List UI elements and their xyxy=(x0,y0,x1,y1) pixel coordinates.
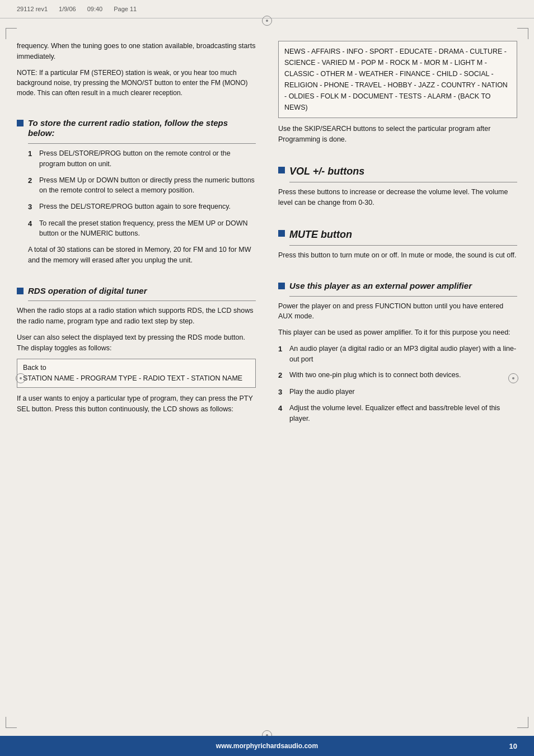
amp-step4-text: Adjust the volume level. Equalizer effec… xyxy=(289,403,517,424)
section2-text1: When the radio stops at a radio station … xyxy=(17,306,256,327)
left-column: frequency. When the tuning goes to one s… xyxy=(17,41,267,430)
content-area: frequency. When the tuning goes to one s… xyxy=(0,18,534,463)
vol-text: Press these buttons to increase or decre… xyxy=(278,187,517,208)
step2-text: Press MEM Up or DOWN button or directly … xyxy=(39,175,256,196)
skip-search-text: Use the SKIP/SEARCH buttons to select th… xyxy=(278,124,517,145)
section1-heading: To store the current radio station, foll… xyxy=(28,118,256,139)
list-item: 3 Press the DEL/STORE/PROG button again … xyxy=(28,201,256,213)
step3-text: Press the DEL/STORE/PROG button again to… xyxy=(39,201,231,213)
reg-mark-left xyxy=(16,373,26,383)
section2-heading: RDS operation of digital tuner xyxy=(28,286,147,297)
mute-text: Press this button to turn mute on or off… xyxy=(278,250,517,261)
section1-steps-list: 1 Press DEL/STORE/PROG button on the rem… xyxy=(28,148,256,239)
section1-note: A total of 30 stations can be stored in … xyxy=(28,245,256,266)
section1-rule xyxy=(28,143,256,144)
note-text: NOTE: If a particular FM (STEREO) statio… xyxy=(17,68,256,98)
programs-box: NEWS - AFFAIRS - INFO - SPORT - EDUCATE … xyxy=(278,41,517,118)
section1-blue-square xyxy=(17,120,24,126)
list-item: 1 Press DEL/STORE/PROG button on the rem… xyxy=(28,148,256,170)
crop-mark-tr xyxy=(517,28,528,39)
step1-text: Press DEL/STORE/PROG button on the remot… xyxy=(39,148,256,170)
reg-mark-top xyxy=(262,16,272,26)
amplifier-heading: Use this player as an external power amp… xyxy=(289,281,472,292)
vol-blue-square xyxy=(278,167,285,173)
section1-heading-container: To store the current radio station, foll… xyxy=(17,118,256,139)
vol-heading-container: VOL +/- buttons xyxy=(278,165,517,178)
amplifier-heading-container: Use this player as an external power amp… xyxy=(278,281,517,292)
doc-date: 1/9/06 xyxy=(59,6,76,12)
crop-mark-tl xyxy=(6,28,17,39)
list-item: 2 With two one-pin plug which is to conn… xyxy=(278,370,517,381)
programs-list-text: NEWS - AFFAIRS - INFO - SPORT - EDUCATE … xyxy=(284,48,508,111)
mute-heading-container: MUTE button xyxy=(278,228,517,241)
rds-box: Back toSTATION NAME - PROGRAM TYPE - RAD… xyxy=(17,359,256,388)
website-url: www.morphyrichardsaudio.com xyxy=(34,742,500,750)
amplifier-rule xyxy=(289,296,517,297)
amp-step3-text: Play the audio player xyxy=(289,387,355,398)
section2-heading-container: RDS operation of digital tuner xyxy=(17,286,256,297)
amp-step2-text: With two one-pin plug which is to connec… xyxy=(289,370,461,381)
amplifier-blue-square xyxy=(278,283,285,289)
amp-step1-text: An audio player (a digital radio or an M… xyxy=(289,344,517,365)
list-item: 2 Press MEM Up or DOWN button or directl… xyxy=(28,175,256,196)
mute-blue-square xyxy=(278,230,285,237)
mute-heading: MUTE button xyxy=(289,228,352,241)
amplifier-steps-list: 1 An audio player (a digital radio or an… xyxy=(278,344,517,424)
page-number: 10 xyxy=(500,742,517,750)
amplifier-text2: This player can be used as power amplifi… xyxy=(278,327,517,338)
section2-text2: User can also select the displayed text … xyxy=(17,332,256,354)
right-column: NEWS - AFFAIRS - INFO - SPORT - EDUCATE … xyxy=(267,41,517,430)
vol-heading: VOL +/- buttons xyxy=(289,165,364,178)
list-item: 3 Play the audio player xyxy=(278,387,517,398)
rds-box-text: Back toSTATION NAME - PROGRAM TYPE - RAD… xyxy=(23,364,242,382)
list-item: 4 Adjust the volume level. Equalizer eff… xyxy=(278,403,517,424)
intro-text-1: frequency. When the tuning goes to one s… xyxy=(17,41,256,62)
list-item: 4 To recall the preset station frequency… xyxy=(28,218,256,240)
crop-mark-bl xyxy=(6,717,17,728)
step4-text: To recall the preset station frequency, … xyxy=(39,218,256,240)
page-container: 29112 rev1 1/9/06 09:40 Page 11 frequenc… xyxy=(0,0,534,756)
mute-rule xyxy=(289,245,517,246)
doc-time: 09:40 xyxy=(87,6,103,12)
doc-page-label: Page 11 xyxy=(114,6,137,12)
list-item: 1 An audio player (a digital radio or an… xyxy=(278,344,517,365)
doc-ref: 29112 rev1 xyxy=(17,6,48,12)
section2-text3: If a user wants to enjoy a particular ty… xyxy=(17,393,256,415)
amplifier-text1: Power the player on and press FUNCTION b… xyxy=(278,301,517,322)
reg-mark-right xyxy=(508,373,518,383)
section2-blue-square xyxy=(17,288,24,294)
section2-rule xyxy=(28,300,256,301)
bottom-bar: www.morphyrichardsaudio.com 10 xyxy=(0,736,534,756)
vol-rule xyxy=(289,182,517,182)
crop-mark-br xyxy=(517,717,528,728)
